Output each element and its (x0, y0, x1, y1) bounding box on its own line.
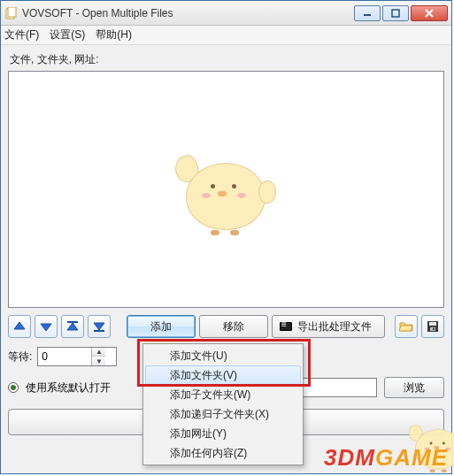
svg-marker-10 (94, 323, 104, 330)
move-down-button[interactable] (35, 315, 58, 338)
dd-add-recursive-subfolder[interactable]: 添加递归子文件夹(X) (145, 404, 301, 424)
spin-controls: ▲ ▼ (91, 348, 105, 365)
open-file-button[interactable] (395, 315, 418, 338)
watermark-part1: 3DM (324, 444, 375, 471)
export-batch-button[interactable]: 导出批处理文件 (272, 315, 385, 338)
move-up-button[interactable] (8, 315, 31, 338)
close-button[interactable] (411, 5, 448, 21)
svg-rect-1 (8, 7, 16, 17)
wait-spinbox[interactable]: ▲ ▼ (37, 347, 117, 366)
save-file-button[interactable] (421, 315, 444, 338)
svg-marker-6 (14, 322, 25, 329)
svg-rect-13 (429, 322, 436, 326)
minimize-button[interactable] (354, 5, 381, 21)
svg-rect-3 (392, 10, 399, 17)
dd-add-file[interactable]: 添加文件(U) (145, 346, 301, 365)
export-batch-label: 导出批处理文件 (297, 319, 372, 334)
browse-button[interactable]: 浏览 (384, 377, 444, 398)
wait-input[interactable] (38, 350, 91, 363)
maximize-button[interactable] (382, 5, 409, 21)
menu-help[interactable]: 帮助(H) (96, 27, 132, 42)
menubar: 文件(F) 设置(S) 帮助(H) (1, 26, 451, 45)
remove-button[interactable]: 移除 (199, 315, 268, 338)
window-title: VOVSOFT - Open Multiple Files (22, 7, 352, 19)
move-bottom-button[interactable] (88, 315, 111, 338)
file-listbox[interactable] (8, 71, 444, 308)
app-icon (4, 6, 19, 20)
watermark-part2: GAME (375, 444, 448, 471)
watermark-text: 3DMGAME (324, 444, 448, 472)
menu-settings[interactable]: 设置(S) (50, 27, 85, 42)
spin-down-button[interactable]: ▼ (92, 357, 105, 365)
wait-label: 等待: (8, 349, 32, 365)
watermark-mascot (381, 396, 441, 444)
toolbar: 添加 移除 导出批处理文件 (8, 315, 444, 338)
dd-add-url[interactable]: 添加网址(Y) (145, 424, 301, 443)
add-button[interactable]: 添加 (127, 315, 196, 338)
svg-marker-9 (67, 323, 78, 330)
sys-default-radio[interactable] (8, 382, 19, 393)
spin-up-button[interactable]: ▲ (92, 348, 105, 357)
list-label: 文件, 文件夹, 网址: (10, 52, 444, 67)
menu-file[interactable]: 文件(F) (4, 27, 39, 42)
svg-rect-15 (433, 328, 435, 330)
add-dropdown-menu: 添加文件(U) 添加文件夹(V) 添加子文件夹(W) 添加递归子文件夹(X) 添… (142, 343, 304, 465)
svg-marker-7 (41, 324, 51, 331)
app-window: VOVSOFT - Open Multiple Files 文件(F) 设置(S… (0, 0, 452, 474)
dd-add-subfolder[interactable]: 添加子文件夹(W) (145, 385, 301, 404)
sys-default-label: 使用系统默认打开 (26, 380, 111, 395)
dd-add-any[interactable]: 添加任何内容(Z) (145, 443, 301, 463)
move-top-button[interactable] (61, 315, 84, 338)
dd-add-folder[interactable]: 添加文件夹(V) (145, 365, 301, 385)
console-icon (280, 322, 292, 331)
titlebar[interactable]: VOVSOFT - Open Multiple Files (1, 1, 451, 26)
mascot-image (173, 145, 280, 234)
window-buttons (352, 5, 448, 21)
